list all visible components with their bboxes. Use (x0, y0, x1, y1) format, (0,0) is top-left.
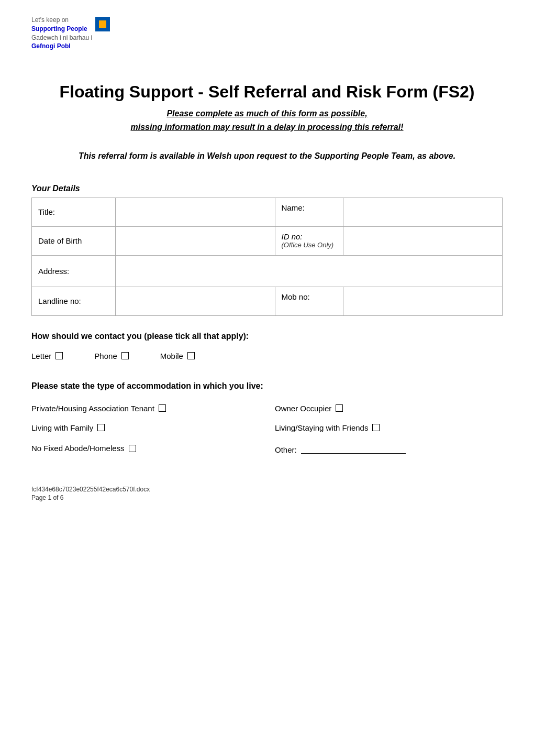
contact-option-phone[interactable]: Phone (94, 352, 128, 360)
tenant-checkbox[interactable] (159, 404, 166, 412)
footer: fcf434e68c7023e02255f42eca6c570f.docx Pa… (31, 486, 503, 501)
landline-label: Landline no: (32, 287, 116, 315)
footer-page: Page 1 of 6 (31, 494, 503, 501)
contact-option-letter[interactable]: Letter (31, 352, 63, 360)
letter-checkbox[interactable] (55, 352, 63, 359)
your-details-heading: Your Details (31, 184, 503, 193)
logo-line3: Gadewch i ni barhau i (31, 34, 92, 42)
page-label: Page (31, 494, 46, 501)
tenant-label: Private/Housing Association Tenant (31, 404, 154, 413)
page-title: Floating Support - Self Referral and Ris… (31, 82, 503, 102)
phone-label: Phone (94, 352, 117, 360)
logo-line1: Let's keep on (31, 16, 92, 25)
contact-option-mobile[interactable]: Mobile (160, 352, 195, 360)
dob-value[interactable] (116, 226, 275, 255)
table-row-phones: Landline no: Mob no: (32, 287, 503, 315)
mob-value[interactable] (343, 287, 503, 315)
logo-text: Let's keep on Supporting People Gadewch … (31, 16, 92, 51)
other-label: Other: (275, 445, 297, 454)
landline-value[interactable] (116, 287, 275, 315)
logo-icon-inner (99, 20, 106, 28)
table-row-title-name: Title: Name: (32, 198, 503, 226)
id-sublabel: (Office Use Only) (282, 241, 337, 249)
mob-label: Mob no: (275, 287, 343, 315)
subtitle-line1: Please complete as much of this form as … (31, 107, 503, 120)
homeless-checkbox[interactable] (129, 445, 136, 452)
letter-label: Letter (31, 352, 51, 360)
homeless-label: No Fixed Abode/Homeless (31, 444, 125, 453)
friends-checkbox[interactable] (372, 424, 380, 431)
page-total: 6 (60, 494, 64, 501)
address-value[interactable] (116, 255, 503, 287)
phone-checkbox[interactable] (121, 352, 129, 359)
form-subtitle: Please complete as much of this form as … (31, 107, 503, 134)
details-table: Title: Name: Date of Birth ID no: (Offic… (31, 198, 503, 316)
owner-label: Owner Occupier (275, 404, 331, 413)
footer-filename: fcf434e68c7023e02255f42eca6c570f.docx (31, 486, 503, 493)
table-row-address: Address: (32, 255, 503, 287)
id-value[interactable] (343, 226, 503, 255)
accommodation-heading: Please state the type of accommodation i… (31, 381, 503, 391)
contact-heading: How should we contact you (please tick a… (31, 332, 503, 341)
accommodation-option-owner[interactable]: Owner Occupier (275, 404, 503, 413)
page-num: 1 (48, 494, 51, 501)
id-label: ID no: (282, 232, 337, 241)
accommodation-option-tenant[interactable]: Private/Housing Association Tenant (31, 404, 259, 413)
family-label: Living with Family (31, 423, 93, 432)
logo-line4: Gefnogi Pobl (31, 42, 92, 51)
owner-checkbox[interactable] (336, 404, 343, 412)
logo-line2: Supporting People (31, 25, 92, 34)
subtitle-line2: missing information may result in a dela… (31, 120, 503, 134)
family-checkbox[interactable] (97, 424, 105, 431)
accommodation-options-grid: Private/Housing Association Tenant Owner… (31, 404, 503, 454)
accommodation-option-other: Other: (275, 445, 503, 454)
other-value[interactable] (301, 445, 406, 454)
id-label-cell: ID no: (Office Use Only) (275, 226, 343, 255)
accommodation-option-homeless[interactable]: No Fixed Abode/Homeless (31, 443, 259, 454)
title-label: Title: (32, 198, 116, 226)
accommodation-option-friends[interactable]: Living/Staying with Friends (275, 423, 503, 432)
table-row-dob-id: Date of Birth ID no: (Office Use Only) (32, 226, 503, 255)
name-value[interactable] (343, 198, 503, 226)
address-label: Address: (32, 255, 116, 287)
title-value[interactable] (116, 198, 275, 226)
contact-options: Letter Phone Mobile (31, 352, 503, 360)
mobile-checkbox[interactable] (187, 352, 195, 359)
page-of: of (53, 494, 58, 501)
accommodation-option-family[interactable]: Living with Family (31, 423, 259, 432)
welsh-notice: This referral form is available in Welsh… (31, 149, 503, 163)
dob-label: Date of Birth (32, 226, 116, 255)
logo-icon (95, 17, 110, 31)
friends-label: Living/Staying with Friends (275, 423, 368, 432)
logo-area: Let's keep on Supporting People Gadewch … (31, 16, 503, 51)
name-label: Name: (275, 198, 343, 226)
mobile-label: Mobile (160, 352, 183, 360)
